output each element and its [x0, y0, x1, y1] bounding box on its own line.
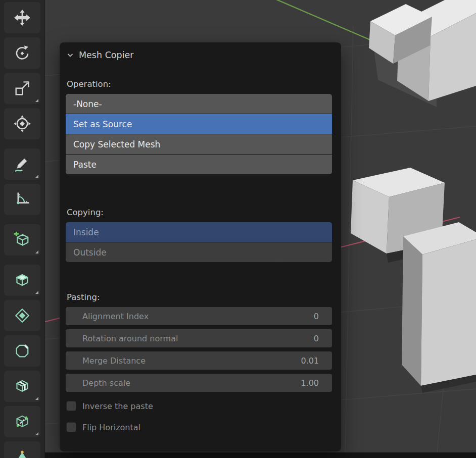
measure-icon: [13, 190, 31, 209]
annotate-pencil-icon: [13, 155, 31, 173]
extrude-region-icon: [13, 271, 31, 289]
tool-button-loop-cut[interactable]: [4, 371, 40, 402]
loop-cut-icon: [13, 377, 31, 395]
field-label: Merge Distance: [82, 356, 146, 366]
operation-option-none[interactable]: -None-: [66, 94, 332, 114]
bevel-icon: [13, 342, 31, 360]
field-value: 0: [314, 312, 319, 321]
field-merge-distance[interactable]: Merge Distance 0.01: [66, 351, 332, 370]
tool-button-annotate[interactable]: [4, 148, 40, 180]
inset-faces-icon: [13, 307, 31, 325]
checkbox-flip-horizontal[interactable]: Flip Horizontal: [66, 422, 341, 432]
tool-button-move[interactable]: [4, 2, 40, 33]
field-value: 1.00: [301, 378, 319, 388]
field-value: 0.01: [301, 356, 319, 366]
pasting-fields: Alignment Index 0 Rotation around normal…: [66, 307, 332, 392]
copying-button-group: Inside Outside: [66, 222, 332, 262]
checkbox-box[interactable]: [66, 422, 76, 432]
panel-title: Mesh Copier: [79, 50, 134, 60]
copying-section-label: Copying:: [67, 208, 341, 217]
copying-option-inside[interactable]: Inside: [66, 222, 332, 242]
checkbox-label: Flip Horizontal: [82, 423, 140, 432]
operation-section-label: Operation:: [67, 79, 341, 89]
field-value: 0: [314, 334, 319, 343]
field-depth-scale[interactable]: Depth scale 1.00: [66, 374, 332, 392]
tool-button-measure[interactable]: [4, 184, 40, 215]
checkbox-label: Inverse the paste: [82, 401, 153, 411]
tool-button-knife[interactable]: [4, 406, 40, 437]
field-alignment-index[interactable]: Alignment Index 0: [66, 307, 332, 325]
tool-button-inset-faces[interactable]: [4, 300, 40, 331]
field-label: Depth scale: [82, 378, 130, 388]
panel-header[interactable]: Mesh Copier: [60, 42, 341, 64]
move-icon: [13, 9, 31, 27]
toolbar: [0, 0, 45, 458]
rotate-icon: [13, 44, 31, 62]
tool-button-bevel[interactable]: [4, 335, 40, 367]
knife-icon: [13, 413, 31, 431]
operation-option-set-as-source[interactable]: Set as Source: [66, 114, 332, 134]
add-cube-icon: [13, 231, 31, 249]
viewport-bottom-edge: [44, 452, 476, 458]
field-label: Rotation around normal: [82, 334, 178, 343]
operation-option-copy-selected-mesh[interactable]: Copy Selected Mesh: [66, 134, 332, 154]
mesh-copier-panel: Mesh Copier Operation: -None- Set as Sou…: [60, 42, 341, 451]
chevron-down-icon: [66, 51, 74, 59]
field-label: Alignment Index: [82, 312, 149, 321]
checkbox-box[interactable]: [66, 401, 76, 411]
checkbox-inverse-the-paste[interactable]: Inverse the paste: [66, 401, 341, 411]
scale-icon: [13, 79, 31, 97]
tool-button-add-cube[interactable]: [4, 224, 40, 256]
pasting-section-label: Pasting:: [67, 292, 341, 302]
transform-icon: [13, 115, 31, 133]
operation-option-paste[interactable]: Paste: [66, 155, 332, 174]
field-rotation-around-normal[interactable]: Rotation around normal 0: [66, 329, 332, 347]
tool-button-rotate[interactable]: [4, 37, 40, 69]
poly-build-icon: [13, 448, 31, 458]
tool-button-extrude-region[interactable]: [4, 265, 40, 296]
copying-option-outside[interactable]: Outside: [66, 242, 332, 262]
tool-button-scale[interactable]: [4, 73, 40, 104]
tool-button-transform[interactable]: [4, 108, 40, 139]
operation-button-group: -None- Set as Source Copy Selected Mesh …: [66, 94, 332, 174]
tool-button-poly-build[interactable]: [4, 441, 40, 458]
